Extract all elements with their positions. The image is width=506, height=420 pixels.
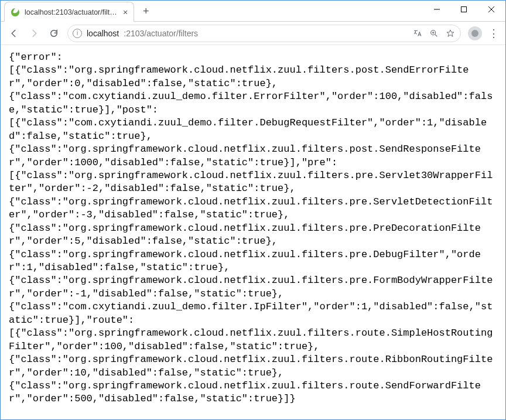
close-tab-icon[interactable]: × [123,8,128,16]
site-info-icon[interactable]: i [73,29,82,38]
tab-title: localhost:2103/actuator/filters [25,8,118,16]
minimize-button[interactable] [423,1,450,18]
json-response-body: {"error": [{"class":"org.springframework… [9,51,497,406]
back-button[interactable] [5,25,23,42]
forward-button[interactable] [25,25,43,42]
browser-window: localhost:2103/actuator/filters × + [0,0,506,420]
spring-favicon [11,8,20,17]
window-buttons [423,1,505,18]
address-path: :2103/actuator/filters [124,29,198,38]
profile-avatar[interactable] [468,26,482,40]
close-window-button[interactable] [477,1,505,18]
translate-icon[interactable] [412,28,423,39]
maximize-button[interactable] [450,1,477,18]
new-tab-button[interactable]: + [138,3,154,19]
titlebar: localhost:2103/actuator/filters × + [1,1,505,22]
menu-button[interactable]: ⋮ [487,26,501,40]
address-bar[interactable]: i localhost:2103/actuator/filters [67,25,461,42]
page-content[interactable]: {"error": [{"class":"org.springframework… [1,45,505,419]
toolbar: i localhost:2103/actuator/filters ⋮ [1,22,505,45]
toolbar-right: ⋮ [468,26,501,40]
tab-active[interactable]: localhost:2103/actuator/filters × [4,2,134,22]
address-host: localhost [87,29,119,38]
zoom-icon[interactable] [429,28,439,39]
svg-rect-0 [461,7,467,12]
reload-button[interactable] [45,25,63,42]
bookmark-star-icon[interactable] [445,28,456,39]
